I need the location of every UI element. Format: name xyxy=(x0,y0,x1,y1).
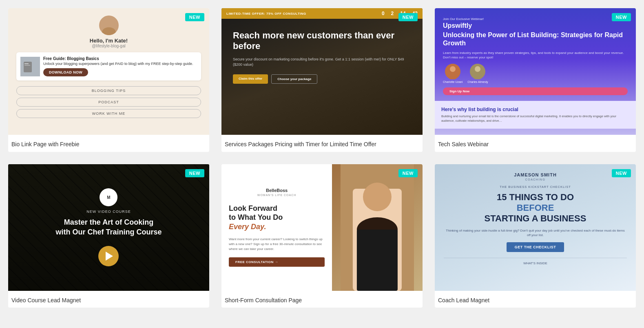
svg-point-6 xyxy=(450,66,456,72)
card-video-label: Video Course Lead Magnet xyxy=(8,291,209,308)
webinar-bottom-title: Here's why list building is crucial xyxy=(441,107,629,112)
webinar-title: Unlocking the Power of List Building: St… xyxy=(443,31,628,47)
card-services-label: Services Packages Pricing with Timer for… xyxy=(221,135,423,152)
video-play-button[interactable] xyxy=(98,246,119,266)
bio-freebie-desc: Unlock your blogging superpowers (and ge… xyxy=(43,62,193,66)
video-headline: Master the Art of Cookingwith Our Chef T… xyxy=(55,218,162,237)
play-icon xyxy=(106,252,113,261)
svg-rect-3 xyxy=(24,62,32,72)
bio-link-thumbnail: NEW Hello, I'm Kate! @lifestyle-blog-gal… xyxy=(8,8,209,135)
new-badge-video: NEW xyxy=(185,169,204,177)
svg-point-8 xyxy=(475,66,480,72)
consult-text: Want more from your current career? Look… xyxy=(229,237,325,252)
template-grid: NEW Hello, I'm Kate! @lifestyle-blog-gal… xyxy=(8,8,636,308)
video-thumbnail: NEW M NEW VIDEO COURSE Master the Art of… xyxy=(8,164,209,291)
webinar-signup-button[interactable]: Sign Up Now xyxy=(443,87,628,95)
webinar-logo: Upswiftly xyxy=(443,22,628,29)
consult-photo xyxy=(332,164,423,291)
svg-rect-4 xyxy=(24,63,29,64)
bio-freebie-box: Free Guide: Blogging Basics Unlock your … xyxy=(16,52,201,80)
new-badge-services: NEW xyxy=(398,13,418,21)
services-btn-secondary[interactable]: Choose your package xyxy=(271,74,317,84)
webinar-desc: Learn from industry experts as they shar… xyxy=(443,51,628,60)
consult-headline-line1: Look Forward xyxy=(229,204,277,212)
card-webinar[interactable]: NEW Join Our Exclusive Webinar! Upswiftl… xyxy=(435,8,636,152)
services-offer-text: LIMITED-TIME OFFER: 75% OFF CONSULTING xyxy=(226,12,306,16)
services-topbar: LIMITED-TIME OFFER: 75% OFF CONSULTING 0… xyxy=(221,8,423,19)
bio-avatar xyxy=(99,16,119,35)
bio-link-blogging[interactable]: BLOGGING TIPS xyxy=(16,86,201,95)
card-consultation-label: Short-Form Consultation Page xyxy=(221,291,423,308)
bio-link-work[interactable]: WORK WITH ME xyxy=(16,109,201,118)
webinar-speaker-name-1: Charlotte Uzani xyxy=(443,80,463,83)
video-logo: M xyxy=(100,188,117,206)
bio-link-podcast[interactable]: PODCAST xyxy=(16,98,201,107)
consult-headline-line2: to What You Do xyxy=(229,213,283,221)
coach-checklist-label: THE BUSINESS KICKSTART CHECKLIST xyxy=(444,185,627,189)
svg-rect-5 xyxy=(24,65,30,66)
new-badge-consult: NEW xyxy=(398,169,418,177)
new-badge-coach: NEW xyxy=(612,169,631,177)
svg-point-7 xyxy=(448,72,458,79)
new-badge-webinar: NEW xyxy=(612,13,631,21)
webinar-speaker-1: Charlotte Uzani xyxy=(443,64,463,83)
coach-cta-button[interactable]: GET THE CHECKLIST xyxy=(507,242,564,252)
bio-download-button[interactable]: DOWNLOAD NOW xyxy=(43,68,88,76)
consult-brand: BelleBoss xyxy=(229,188,325,193)
bio-freebie-img xyxy=(20,57,40,76)
webinar-speaker-2: Charles Almesly xyxy=(467,64,488,83)
consult-left-panel: BelleBoss WOMAN'S LIFE COACH Look Forwar… xyxy=(221,164,332,291)
coach-thumbnail: NEW JAMESON SMITH COACHING THE BUSINESS … xyxy=(435,164,636,291)
webinar-avatar-1 xyxy=(445,64,460,79)
timer-0: 0 xyxy=(382,11,385,16)
webinar-speaker-name-2: Charles Almesly xyxy=(467,80,488,83)
new-badge: NEW xyxy=(185,13,204,21)
svg-rect-14 xyxy=(357,230,398,291)
card-consultation[interactable]: NEW BelleBoss WOMAN'S LIFE COACH Look Fo… xyxy=(221,164,423,308)
card-webinar-label: Tech Sales Webinar xyxy=(435,135,636,152)
webinar-bottom-text: Building and nurturing your email list i… xyxy=(441,114,629,123)
card-video[interactable]: NEW M NEW VIDEO COURSE Master the Art of… xyxy=(8,164,209,308)
services-btn-primary[interactable]: Claim this offer xyxy=(233,74,268,84)
coach-headline: 15 THINGS TO DO BEFORE STARTING A BUSINE… xyxy=(444,192,627,224)
svg-point-12 xyxy=(363,183,392,211)
card-bio-link[interactable]: NEW Hello, I'm Kate! @lifestyle-blog-gal… xyxy=(8,8,209,152)
services-sub: Secure your discount on marketing consul… xyxy=(233,57,411,68)
coach-headline-line2: STARTING A BUSINESS xyxy=(485,213,586,223)
svg-point-9 xyxy=(473,72,482,79)
coach-brand: JAMESON SMITH xyxy=(444,172,627,177)
card-services[interactable]: NEW LIMITED-TIME OFFER: 75% OFF CONSULTI… xyxy=(221,8,423,152)
consult-cta-button[interactable]: FREE CONSULTATION → xyxy=(229,257,325,267)
consult-thumbnail: NEW BelleBoss WOMAN'S LIFE COACH Look Fo… xyxy=(221,164,423,291)
webinar-thumbnail: NEW Join Our Exclusive Webinar! Upswiftl… xyxy=(435,8,636,135)
card-coach-label: Coach Lead Magnet xyxy=(435,291,636,308)
services-content: Reach more new customers than ever befor… xyxy=(221,19,423,135)
video-course-label: NEW VIDEO COURSE xyxy=(55,210,162,214)
consult-headline: Look Forward to What You Do Every Day. xyxy=(229,204,325,232)
consult-headline-accent: Every Day. xyxy=(229,223,266,231)
webinar-eyebrow: Join Our Exclusive Webinar! xyxy=(443,17,628,21)
coach-brand-sub: COACHING xyxy=(444,178,627,181)
consult-right-panel xyxy=(332,164,423,291)
coach-headline-accent: BEFORE xyxy=(517,203,554,213)
bio-freebie-info: Free Guide: Blogging Basics Unlock your … xyxy=(43,56,193,76)
services-headline: Reach more new customers than ever befor… xyxy=(233,30,411,52)
timer-1: 2 xyxy=(391,11,394,16)
card-coach[interactable]: NEW JAMESON SMITH COACHING THE BUSINESS … xyxy=(435,164,636,308)
services-buttons: Claim this offer Choose your package xyxy=(233,74,411,84)
svg-point-0 xyxy=(105,18,113,26)
coach-headline-line1: 15 THINGS TO DO xyxy=(497,192,574,202)
coach-bottom-teaser: WHAT'S INSIDE xyxy=(444,258,627,265)
card-bio-link-label: Bio Link Page with Freebie xyxy=(8,135,209,152)
services-thumbnail: NEW LIMITED-TIME OFFER: 75% OFF CONSULTI… xyxy=(221,8,423,135)
bio-name: Hello, I'm Kate! xyxy=(90,38,128,44)
webinar-avatar-2 xyxy=(470,64,485,79)
video-content: M NEW VIDEO COURSE Master the Art of Coo… xyxy=(44,176,173,279)
webinar-bottom-section: Here's why list building is crucial Buil… xyxy=(435,101,636,129)
bio-freebie-title: Free Guide: Blogging Basics xyxy=(43,56,193,61)
bio-link-buttons: BLOGGING TIPS PODCAST WORK WITH ME xyxy=(16,86,201,118)
svg-point-1 xyxy=(102,27,116,35)
consult-brand-sub: WOMAN'S LIFE COACH xyxy=(229,194,325,196)
coach-sub: Thinking of making your side-hustle a fu… xyxy=(444,228,627,237)
bio-username: @lifestyle-blog-gal xyxy=(92,44,125,48)
